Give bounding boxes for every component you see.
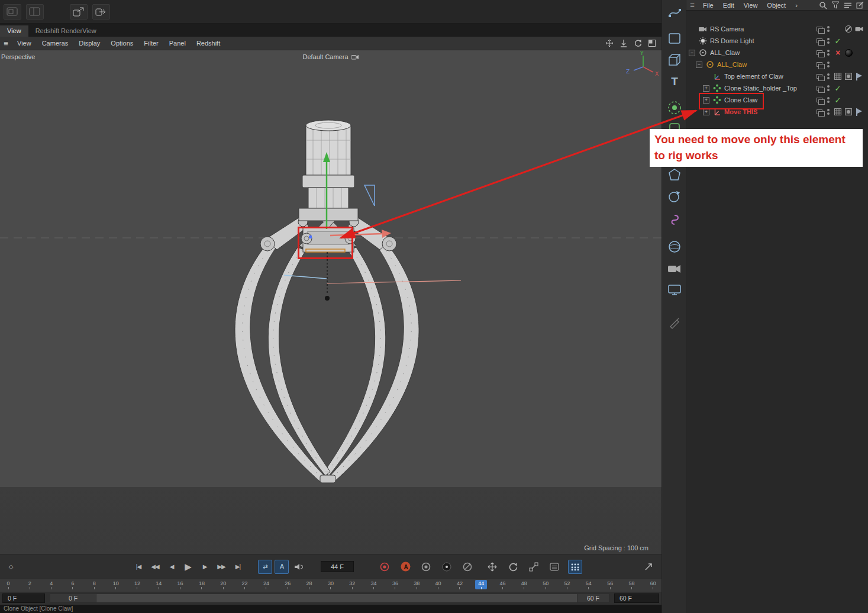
ruler-tick-40[interactable]: 40 [433, 580, 444, 589]
layer-icon[interactable] [817, 74, 822, 79]
expand-icon[interactable]: + [703, 109, 709, 115]
visibility-dots-icon[interactable] [827, 62, 830, 67]
ruler-tick-26[interactable]: 26 [282, 580, 293, 589]
viewport-menu-filter[interactable]: Filter [138, 40, 163, 47]
om-row-all-claw-parent[interactable]: − ALL_Claw × [686, 47, 868, 59]
ruler-tick-24[interactable]: 24 [260, 580, 272, 589]
ruler-tick-36[interactable]: 36 [389, 580, 401, 589]
window-panel-icon[interactable] [26, 4, 44, 20]
record-active-objects-icon[interactable] [377, 560, 392, 574]
om-row-rs-dome-light[interactable]: RS Dome Light ✓ [686, 35, 868, 47]
collapse-icon[interactable]: − [689, 50, 695, 56]
viewport-menu-view[interactable]: View [12, 40, 37, 47]
spline-circle-icon[interactable] [664, 186, 685, 207]
record-pla-icon[interactable] [568, 560, 582, 574]
record-position-icon[interactable] [485, 560, 499, 574]
record-mode-icon[interactable] [440, 560, 454, 574]
viewport-menu-panel[interactable]: Panel [164, 40, 191, 47]
record-scale-icon[interactable] [527, 560, 541, 574]
om-row-clone-claw[interactable]: + Clone Claw ✓ [686, 94, 868, 106]
object-label[interactable]: ALL_Claw [717, 61, 747, 68]
visibility-dots-icon[interactable] [827, 85, 830, 91]
ruler-tick-34[interactable]: 34 [368, 580, 380, 589]
ruler-tick-12[interactable]: 12 [131, 580, 143, 589]
previous-key-button[interactable]: ◀◀ [148, 560, 162, 574]
ruler-tick-22[interactable]: 22 [239, 580, 251, 589]
enabled-check-icon[interactable]: ✓ [835, 96, 841, 105]
visibility-dots-icon[interactable] [827, 97, 830, 103]
ruler-tick-52[interactable]: 52 [562, 580, 573, 589]
visibility-dots-icon[interactable] [827, 38, 830, 44]
polygon-primitive-icon[interactable] [664, 165, 685, 185]
texture-tag-icon[interactable] [834, 108, 841, 115]
go-to-start-button[interactable]: |◀ [131, 560, 146, 574]
layer-icon[interactable] [817, 50, 822, 55]
edit-pencil-icon[interactable] [664, 312, 685, 333]
layer-icon[interactable] [817, 109, 822, 114]
subdivision-surface-icon[interactable] [664, 98, 685, 118]
ruler-tick-38[interactable]: 38 [411, 580, 422, 589]
om-row-all-claw-child[interactable]: − ALL_Claw [686, 59, 868, 70]
layer-icon[interactable] [817, 86, 822, 91]
range-slider-end-handle[interactable]: 60 F [577, 594, 609, 602]
record-rotation-icon[interactable] [506, 560, 520, 574]
record-disabled-icon[interactable] [460, 560, 475, 574]
rectangle-spline-icon[interactable] [664, 28, 685, 49]
om-menu-overflow-icon[interactable]: › [790, 2, 802, 9]
disabled-cross-icon[interactable]: × [835, 48, 840, 57]
ruler-tick-60[interactable]: 60 [647, 580, 659, 589]
list-options-icon[interactable] [844, 2, 852, 9]
visibility-dots-icon[interactable] [827, 26, 830, 32]
om-row-rs-camera[interactable]: RS Camera [686, 23, 868, 35]
flag-tag-icon[interactable] [856, 108, 863, 116]
edit-filter-icon[interactable] [856, 1, 864, 9]
layer-icon[interactable] [817, 62, 822, 67]
object-label[interactable]: Move THIS [724, 108, 757, 115]
ruler-tick-6[interactable]: 6 [67, 580, 79, 589]
window-layout-icon[interactable] [4, 4, 21, 20]
range-start-field[interactable]: 0 F [2, 593, 45, 603]
expand-icon[interactable]: + [703, 97, 709, 104]
viewport-menu-options[interactable]: Options [105, 40, 138, 47]
object-label[interactable]: ALL_Claw [710, 49, 740, 56]
ruler-tick-0[interactable]: 0 [2, 580, 14, 589]
current-frame-field[interactable]: 44 F [321, 561, 354, 572]
keyframe-selection-icon[interactable] [419, 560, 433, 574]
cube-primitive-icon[interactable] [664, 50, 685, 70]
pan-view-icon[interactable] [604, 38, 614, 48]
ruler-tick-10[interactable]: 10 [110, 580, 122, 589]
enabled-check-icon[interactable]: ✓ [835, 84, 841, 93]
previous-frame-button[interactable]: ◀ [164, 560, 179, 574]
viewport-hamburger-icon[interactable]: ≡ [0, 39, 12, 48]
go-to-end-button[interactable]: ▶| [231, 560, 245, 574]
disabled-tag-icon[interactable] [845, 25, 852, 33]
ruler-tick-20[interactable]: 20 [217, 580, 229, 589]
om-row-clone-static-holder[interactable]: + Clone Static_holder _Top ✓ [686, 82, 868, 94]
loop-mode-icon[interactable]: ⇄ [258, 560, 272, 574]
add-keyframe-icon[interactable]: ◇ [4, 560, 18, 574]
viewport-menu-display[interactable]: Display [73, 40, 105, 47]
record-parameter-icon[interactable] [547, 560, 562, 574]
viewport-camera-label[interactable]: Default Camera [302, 53, 359, 60]
layer-icon[interactable] [817, 38, 822, 43]
ruler-tick-16[interactable]: 16 [175, 580, 186, 589]
viewport-menu-cameras[interactable]: Cameras [37, 40, 74, 47]
camera-icon[interactable] [664, 259, 685, 279]
ruler-tick-4[interactable]: 4 [46, 580, 57, 589]
viewport-view-label[interactable]: Perspective [1, 53, 35, 60]
viewport-3d[interactable]: Perspective Default Camera Grid Spacing … [0, 50, 662, 554]
object-label[interactable]: Clone Claw [724, 96, 757, 104]
object-label[interactable]: RS Camera [710, 25, 744, 33]
range-slider-track[interactable] [96, 594, 577, 602]
pen-tool-icon[interactable] [664, 2, 685, 22]
om-row-move-this[interactable]: + Move THIS [686, 106, 868, 118]
deformer-icon[interactable] [664, 210, 685, 230]
ruler-tick-44[interactable]: 44 [475, 580, 487, 589]
ruler-tick-54[interactable]: 54 [583, 580, 595, 589]
object-label[interactable]: Top element of Claw [724, 73, 783, 80]
om-row-top-element[interactable]: Top element of Claw [686, 70, 868, 82]
sphere-primitive-icon[interactable] [664, 237, 685, 257]
viewport-menu-redshift[interactable]: Redshift [191, 40, 225, 47]
enabled-check-icon[interactable]: ✓ [835, 37, 841, 46]
expand-icon[interactable]: + [703, 85, 709, 92]
